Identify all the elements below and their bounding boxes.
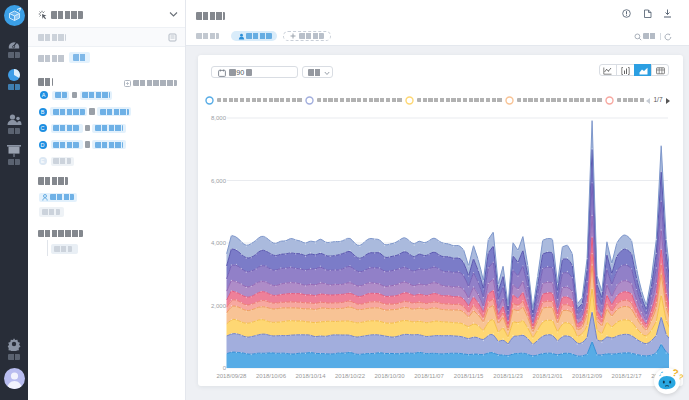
svg-text:2018/12/01: 2018/12/01 [533,373,564,379]
svg-text:2018/10/22: 2018/10/22 [335,373,366,379]
svg-text:2018/12/17: 2018/12/17 [612,373,643,379]
svg-text:2018/10/06: 2018/10/06 [256,373,287,379]
svg-text:2018/12/09: 2018/12/09 [572,373,603,379]
svg-text:?: ? [677,372,685,382]
svg-text:8,000: 8,000 [211,115,227,121]
svg-text:2018/10/14: 2018/10/14 [295,373,326,379]
svg-text:2018/11/07: 2018/11/07 [414,373,444,379]
svg-text:4,000: 4,000 [211,240,227,246]
svg-text:2018/11/15: 2018/11/15 [454,373,484,379]
svg-text:6,000: 6,000 [211,178,227,184]
svg-text:2018/11/23: 2018/11/23 [493,373,523,379]
svg-text:2018/10/30: 2018/10/30 [374,373,405,379]
svg-text:0: 0 [223,365,227,371]
svg-text:2,000: 2,000 [211,303,227,309]
svg-text:2018/09/28: 2018/09/28 [216,373,247,379]
